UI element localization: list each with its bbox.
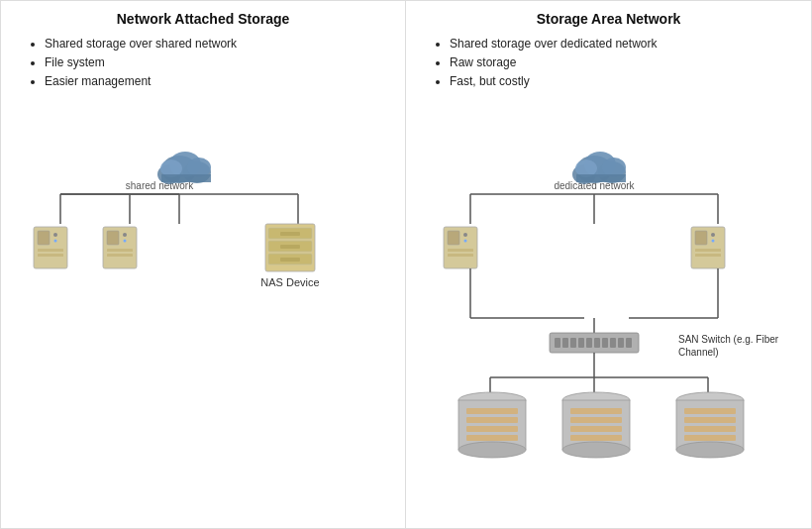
- nas-diagram: shared network: [6, 110, 392, 437]
- storage-disk-2-icon: [562, 392, 630, 458]
- svg-rect-70: [602, 338, 608, 348]
- svg-rect-73: [626, 338, 632, 348]
- svg-rect-53: [695, 231, 707, 245]
- svg-point-57: [712, 240, 715, 243]
- nas-cloud-icon: [157, 152, 211, 184]
- san-bullet-1: Shared storage over dedicated network: [450, 35, 791, 53]
- svg-rect-67: [578, 338, 584, 348]
- nas-bullet-1: Shared storage over shared network: [45, 35, 385, 53]
- svg-rect-71: [610, 338, 616, 348]
- svg-rect-55: [695, 254, 721, 257]
- svg-point-51: [464, 240, 467, 243]
- svg-rect-99: [684, 417, 736, 423]
- svg-point-26: [124, 240, 127, 243]
- svg-rect-14: [161, 174, 211, 182]
- svg-rect-92: [570, 417, 622, 423]
- svg-rect-31: [280, 232, 300, 236]
- svg-point-25: [123, 233, 127, 237]
- svg-rect-47: [448, 231, 459, 245]
- svg-rect-66: [570, 338, 576, 348]
- server-2-icon: [103, 227, 137, 268]
- svg-rect-100: [684, 426, 736, 432]
- svg-point-56: [711, 233, 715, 237]
- san-title: Storage Area Network: [426, 11, 791, 27]
- svg-text:SAN Switch (e.g. Fiber: SAN Switch (e.g. Fiber: [678, 334, 779, 345]
- svg-rect-86: [466, 426, 518, 432]
- svg-rect-18: [38, 254, 63, 257]
- storage-disk-1-icon: [458, 392, 526, 458]
- san-panel: Storage Area Network Shared storage over…: [406, 1, 811, 529]
- svg-rect-32: [280, 245, 300, 249]
- server-1-icon: [34, 227, 67, 268]
- san-switch-icon: [550, 333, 639, 353]
- san-bullets: Shared storage over dedicated network Ra…: [426, 35, 791, 92]
- nas-device-label: NAS Device: [260, 276, 319, 288]
- svg-rect-98: [684, 408, 736, 414]
- svg-rect-23: [107, 249, 133, 252]
- svg-point-83: [458, 442, 526, 458]
- svg-rect-85: [466, 417, 518, 423]
- svg-point-19: [53, 233, 57, 237]
- san-bullet-2: Raw storage: [450, 53, 791, 72]
- svg-rect-64: [555, 338, 560, 348]
- san-server-1-icon: [444, 227, 477, 268]
- svg-point-97: [676, 442, 744, 458]
- svg-rect-68: [586, 338, 592, 348]
- svg-rect-16: [38, 231, 50, 245]
- nas-panel: Network Attached Storage Shared storage …: [1, 1, 406, 529]
- svg-rect-24: [107, 254, 133, 257]
- nas-bullets: Shared storage over shared network File …: [21, 35, 385, 92]
- svg-rect-101: [684, 435, 736, 441]
- svg-rect-84: [466, 408, 518, 414]
- svg-rect-49: [448, 254, 473, 257]
- nas-bullet-3: Easier management: [45, 72, 385, 91]
- svg-rect-91: [570, 408, 622, 414]
- svg-rect-87: [466, 435, 518, 441]
- san-diagram: dedicated network: [411, 110, 797, 506]
- main-container: Network Attached Storage Shared storage …: [0, 0, 812, 529]
- svg-point-20: [54, 240, 57, 243]
- svg-text:Channel): Channel): [678, 347, 719, 358]
- svg-rect-65: [562, 338, 568, 348]
- svg-rect-45: [576, 174, 626, 182]
- svg-rect-72: [618, 338, 624, 348]
- nas-device-icon: [265, 224, 315, 271]
- san-cloud-icon: [572, 152, 626, 184]
- svg-rect-54: [695, 249, 721, 252]
- svg-rect-33: [280, 258, 300, 262]
- svg-rect-93: [570, 426, 622, 432]
- san-bullet-3: Fast, but costly: [450, 72, 791, 91]
- svg-rect-17: [38, 249, 63, 252]
- nas-title: Network Attached Storage: [21, 11, 385, 27]
- svg-point-50: [463, 233, 467, 237]
- svg-rect-94: [570, 435, 622, 441]
- storage-disk-3-icon: [676, 392, 744, 458]
- svg-point-90: [562, 442, 630, 458]
- nas-bullet-2: File system: [45, 53, 385, 72]
- svg-rect-48: [448, 249, 473, 252]
- san-server-2-icon: [691, 227, 725, 268]
- svg-rect-22: [107, 231, 119, 245]
- svg-rect-69: [594, 338, 600, 348]
